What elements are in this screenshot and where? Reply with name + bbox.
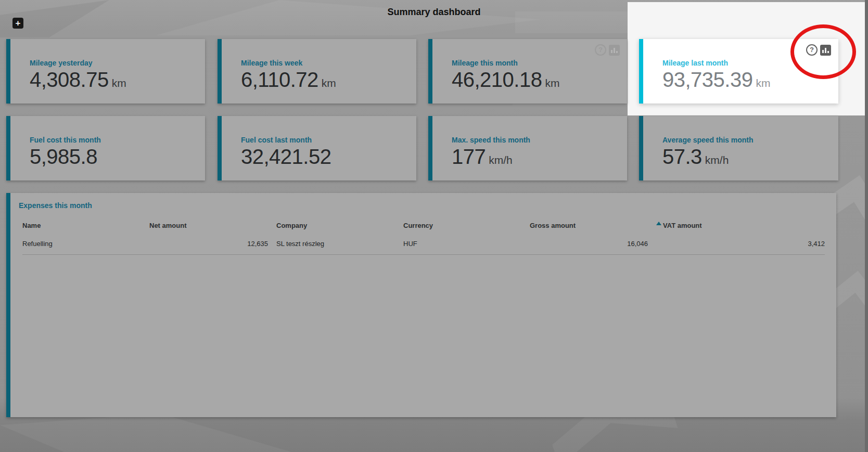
- kpi-value: 57.3: [662, 146, 702, 167]
- vertical-scrollbar[interactable]: [865, 0, 868, 452]
- table-row[interactable]: Refuelling 12,635 SL teszt részleg HUF 1…: [22, 233, 825, 255]
- kpi-value: 177: [452, 146, 486, 167]
- bar-chart-icon[interactable]: [820, 45, 831, 56]
- kpi-value: 32,421.52: [241, 146, 331, 167]
- kpi-value: 5,985.8: [30, 146, 97, 167]
- column-header-company[interactable]: Company: [276, 222, 403, 229]
- add-widget-button[interactable]: +: [12, 18, 23, 29]
- kpi-label: Fuel cost last month: [241, 136, 416, 144]
- column-header-vat-amount[interactable]: VAT amount: [656, 222, 825, 229]
- kpi-card-fuel-cost-this-month: Fuel cost this month 5,985.8: [6, 116, 205, 180]
- kpi-card-max-speed-this-month: Max. speed this month 177 km/h: [428, 116, 627, 180]
- help-icon[interactable]: ?: [595, 44, 606, 56]
- plus-icon: +: [16, 19, 21, 28]
- sort-ascending-icon: [656, 222, 661, 225]
- kpi-label: Mileage yesterday: [30, 59, 205, 67]
- kpi-value: 46,210.18: [452, 69, 542, 91]
- kpi-card-fuel-cost-last-month: Fuel cost last month 32,421.52: [218, 116, 416, 180]
- expenses-panel: Expenses this month Name Net amount Comp…: [6, 193, 836, 417]
- cell-net-amount: 12,635: [149, 240, 276, 248]
- kpi-unit: km/h: [705, 154, 729, 166]
- kpi-unit: km: [756, 77, 770, 89]
- background-map-pattern: [0, 414, 291, 452]
- kpi-unit: km/h: [489, 154, 513, 166]
- cell-company: SL teszt részleg: [276, 240, 403, 248]
- cell-currency: HUF: [403, 240, 530, 248]
- kpi-label: Mileage this week: [241, 59, 416, 67]
- kpi-label: Max. speed this month: [452, 136, 627, 144]
- cell-vat-amount: 3,412: [656, 240, 825, 248]
- bar-chart-icon[interactable]: [609, 45, 620, 56]
- kpi-label: Fuel cost this month: [30, 136, 205, 144]
- kpi-card-mileage-this-month: ? Mileage this month 46,210.18 km: [428, 39, 627, 104]
- column-header-name[interactable]: Name: [22, 222, 149, 229]
- expenses-panel-title: Expenses this month: [19, 201, 825, 210]
- column-header-gross-amount[interactable]: Gross amount: [530, 222, 656, 229]
- expenses-table: Name Net amount Company Currency Gross a…: [22, 218, 825, 255]
- expenses-table-header: Name Net amount Company Currency Gross a…: [22, 218, 825, 233]
- kpi-label: Mileage this month: [452, 59, 627, 67]
- kpi-card-mileage-this-week: Mileage this week 6,110.72 km: [218, 39, 416, 104]
- column-header-currency[interactable]: Currency: [403, 222, 530, 229]
- kpi-value: 4,308.75: [30, 69, 109, 91]
- kpi-value: 93,735.39: [662, 69, 752, 91]
- help-icon[interactable]: ?: [806, 44, 818, 56]
- cell-gross-amount: 16,046: [530, 240, 656, 248]
- kpi-unit: km: [545, 77, 559, 89]
- kpi-unit: km: [112, 77, 126, 89]
- page-title: Summary dashboard: [0, 7, 868, 18]
- kpi-card-mileage-yesterday: Mileage yesterday 4,308.75 km: [6, 39, 205, 104]
- column-header-net-amount[interactable]: Net amount: [149, 222, 276, 229]
- kpi-label: Mileage last month: [662, 59, 838, 67]
- cell-name: Refuelling: [22, 240, 149, 248]
- kpi-card-average-speed-this-month: Average speed this month 57.3 km/h: [639, 116, 838, 180]
- kpi-card-mileage-last-month-highlighted: ? Mileage last month 93,735.39 km: [639, 39, 838, 104]
- kpi-unit: km: [322, 77, 336, 89]
- kpi-label: Average speed this month: [662, 136, 838, 144]
- background-map-pattern: [156, 0, 541, 35]
- kpi-value: 6,110.72: [241, 69, 318, 91]
- summary-dashboard-screen: Summary dashboard + Mileage yesterday 4,…: [0, 0, 868, 452]
